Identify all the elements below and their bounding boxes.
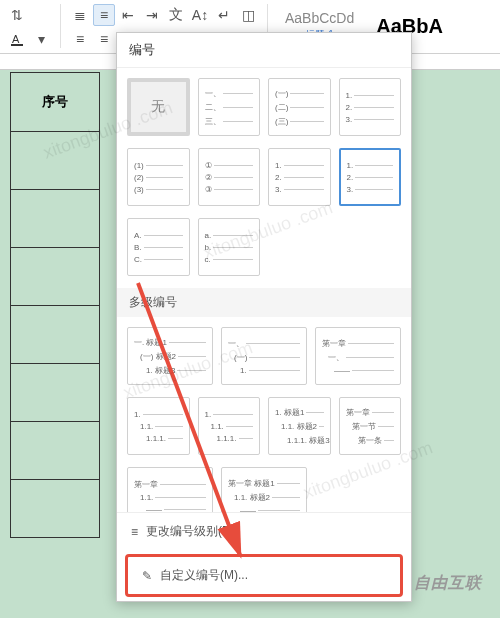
numbering-option[interactable]: 1.2.3. bbox=[339, 148, 402, 206]
bullet-list-icon[interactable]: ≣ bbox=[69, 4, 91, 26]
numbering-option[interactable]: 第一章 标题11.1. 标题2—— bbox=[221, 467, 307, 512]
number-options-row1: 无一、二、三、(一)(二)(三)1.2.3. bbox=[127, 78, 401, 136]
popup-footer: ≡ 更改编号级别(E) ✎ 自定义编号(M)... bbox=[117, 512, 411, 601]
format-icon[interactable]: ◫ bbox=[237, 4, 259, 26]
numbering-option[interactable]: (1)(2)(3) bbox=[127, 148, 190, 206]
numbering-option[interactable]: 1.2.3. bbox=[268, 148, 331, 206]
menu-icon: ≡ bbox=[131, 525, 138, 539]
svg-text:A: A bbox=[12, 33, 20, 45]
table-row[interactable] bbox=[10, 364, 100, 422]
align-left-icon[interactable]: ≡ bbox=[69, 28, 91, 50]
number-options-row3: A.B.C.a.b.c. bbox=[127, 218, 401, 276]
numbering-option[interactable]: 一、(一)1. bbox=[221, 327, 307, 385]
numbering-option[interactable]: 第一章1.1.—— bbox=[127, 467, 213, 512]
size-stepper-icon[interactable]: ⇅ bbox=[6, 4, 28, 26]
text-direction-icon[interactable]: 文 bbox=[165, 4, 187, 26]
indent-decrease-icon[interactable]: ⇤ bbox=[117, 4, 139, 26]
change-level-button[interactable]: ≡ 更改编号级别(E) bbox=[117, 513, 411, 550]
numbering-option[interactable]: 无 bbox=[127, 78, 190, 136]
numbering-option[interactable]: ①②③ bbox=[198, 148, 261, 206]
table-row[interactable] bbox=[10, 132, 100, 190]
table-row[interactable] bbox=[10, 306, 100, 364]
svg-rect-1 bbox=[11, 44, 23, 46]
table-header: 序号 bbox=[10, 72, 100, 132]
multilevel-row1: 一. 标题1(一) 标题21. 标题3一、(一)1.第一章一、—— bbox=[127, 327, 401, 385]
numbering-option[interactable]: 1. 标题11.1. 标题21.1.1. 标题3 bbox=[268, 397, 331, 455]
numbering-popup: 编号 无一、二、三、(一)(二)(三)1.2.3. (1)(2)(3)①②③1.… bbox=[116, 32, 412, 602]
font-color-icon[interactable]: A bbox=[6, 28, 28, 50]
clear-format-icon[interactable]: ↵ bbox=[213, 4, 235, 26]
align-center-icon[interactable]: ≡ bbox=[93, 28, 115, 50]
section-multilevel: 多级编号 bbox=[117, 288, 411, 317]
numbering-option[interactable]: A.B.C. bbox=[127, 218, 190, 276]
doc-table: 序号 bbox=[10, 72, 100, 538]
multilevel-row3: 第一章1.1.——第一章 标题11.1. 标题2—— bbox=[127, 467, 401, 512]
indent-increase-icon[interactable]: ⇥ bbox=[141, 4, 163, 26]
number-options-row2: (1)(2)(3)①②③1.2.3.1.2.3. bbox=[127, 148, 401, 206]
numbering-option[interactable]: 1.1.1.1.1.1. bbox=[198, 397, 261, 455]
numbering-option[interactable]: 第一章第一节第一条 bbox=[339, 397, 402, 455]
numbering-option[interactable]: 一. 标题1(一) 标题21. 标题3 bbox=[127, 327, 213, 385]
numbering-option[interactable]: 第一章一、—— bbox=[315, 327, 401, 385]
logo-watermark: 自由互联 bbox=[414, 573, 482, 594]
custom-numbering-button[interactable]: ✎ 自定义编号(M)... bbox=[125, 554, 403, 597]
numbering-option[interactable]: (一)(二)(三) bbox=[268, 78, 331, 136]
pencil-icon: ✎ bbox=[142, 569, 152, 583]
multilevel-row2: 1.1.1.1.1.1.1.1.1.1.1.1.1. 标题11.1. 标题21.… bbox=[127, 397, 401, 455]
number-list-icon[interactable]: ≡ bbox=[93, 4, 115, 26]
table-row[interactable] bbox=[10, 422, 100, 480]
table-row[interactable] bbox=[10, 190, 100, 248]
line-spacing-icon[interactable]: A↕ bbox=[189, 4, 211, 26]
dropdown-icon[interactable]: ▾ bbox=[30, 28, 52, 50]
numbering-option[interactable]: 1.2.3. bbox=[339, 78, 402, 136]
numbering-option[interactable]: a.b.c. bbox=[198, 218, 261, 276]
popup-title: 编号 bbox=[117, 33, 411, 68]
table-row[interactable] bbox=[10, 248, 100, 306]
table-row[interactable] bbox=[10, 480, 100, 538]
numbering-option[interactable]: 1.1.1.1.1.1. bbox=[127, 397, 190, 455]
numbering-option[interactable]: 一、二、三、 bbox=[198, 78, 261, 136]
popup-body: 无一、二、三、(一)(二)(三)1.2.3. (1)(2)(3)①②③1.2.3… bbox=[117, 68, 411, 512]
